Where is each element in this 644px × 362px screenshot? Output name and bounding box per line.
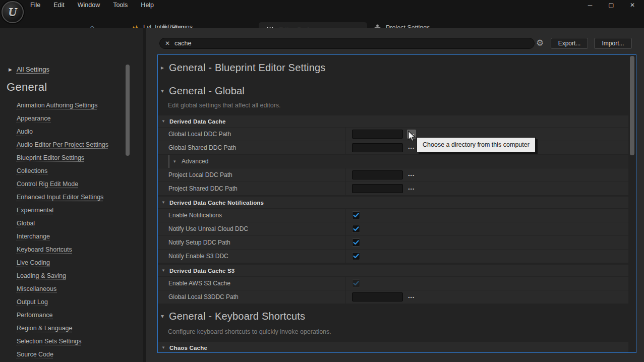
sidebar-section-title[interactable]: General <box>7 81 47 94</box>
sidebar-item[interactable]: Audio <box>17 125 133 138</box>
category-chaos-cache[interactable]: ▼ Chaos Cache <box>158 342 628 353</box>
sidebar-item[interactable]: Appearance <box>17 112 133 125</box>
expanded-arrow-icon: ▾ <box>161 313 165 320</box>
sidebar-item[interactable]: Experimental <box>17 204 133 217</box>
section-header-keyboard[interactable]: ▾ General - Keyboard Shortcuts <box>161 308 636 325</box>
sidebar-item[interactable]: Animation Authoring Settings <box>17 99 133 112</box>
setting-label: Global Local DDC Path <box>168 128 231 141</box>
column-divider <box>345 182 346 195</box>
browse-button[interactable]: ••• <box>407 184 416 193</box>
collapsed-arrow-icon: ▸ <box>161 64 165 71</box>
setting-label: Project Local DDC Path <box>168 168 232 182</box>
category-derived-data-cache[interactable]: ▼ Derived Data Cache <box>158 115 628 127</box>
sidebar-item[interactable]: Output Log <box>17 295 133 309</box>
browse-button[interactable]: ••• <box>407 143 416 152</box>
column-divider <box>345 277 346 290</box>
sidebar-scrollbar[interactable] <box>126 65 130 156</box>
category-title: Derived Data Cache Notifications <box>169 200 264 206</box>
settings-gear-icon[interactable]: ⚙ <box>536 38 544 49</box>
section-description: Edit global settings that affect all edi… <box>168 100 636 110</box>
checkbox-checked[interactable] <box>352 238 360 247</box>
expanded-arrow-icon: ▾ <box>161 87 165 94</box>
settings-panel: ▸ General - Blueprint Editor Settings ▾ … <box>157 54 636 353</box>
column-divider <box>345 128 346 141</box>
close-button[interactable]: ✕ <box>622 0 643 10</box>
section-title: General - Keyboard Shortcuts <box>169 311 305 322</box>
menu-item[interactable]: File <box>30 2 40 9</box>
settings-main: ✕ ⚙ Export... Import... ▸ General - Blue… <box>146 28 644 362</box>
sidebar-item[interactable]: Blueprint Editor Settings <box>17 151 133 164</box>
setting-label: Enable Notifications <box>168 209 222 222</box>
advanced-subsection-header[interactable]: ▾ Advanced <box>158 154 628 168</box>
category-ddc-s3[interactable]: ▼ Derived Data Cache S3 <box>158 265 628 276</box>
category-ddc-notifications[interactable]: ▼ Derived Data Cache Notifications <box>158 197 628 208</box>
setting-row: Notify Use Unreal Cloud DDC <box>158 222 628 235</box>
sidebar-item[interactable]: Collections <box>17 164 133 177</box>
setting-row-global-local-s3ddc-path: Global Local S3DDC Path ••• <box>158 290 628 304</box>
sidebar-item[interactable]: Interchange <box>17 230 133 243</box>
path-input[interactable] <box>352 130 403 139</box>
category-arrow-icon: ▼ <box>161 268 165 273</box>
column-divider <box>345 141 346 154</box>
setting-row-global-shared-ddc-path: Global Shared DDC Path ••• <box>158 141 628 154</box>
unreal-logo-icon: U <box>2 1 24 23</box>
sidebar-item[interactable]: Loading & Saving <box>17 269 133 282</box>
advanced-label: Advanced <box>182 155 208 168</box>
section-title: General - Global <box>169 85 245 97</box>
path-input[interactable] <box>352 170 403 179</box>
search-bar: ✕ <box>159 38 535 49</box>
sidebar-item[interactable]: Control Rig Edit Mode <box>17 177 133 191</box>
path-input[interactable] <box>352 292 403 301</box>
setting-row: Project Shared DDC Path ••• <box>158 182 628 195</box>
section-header-blueprint[interactable]: ▸ General - Blueprint Editor Settings <box>161 59 636 76</box>
checkbox-checked-disabled <box>352 279 360 287</box>
category-title: Derived Data Cache S3 <box>169 268 235 274</box>
sidebar-item[interactable]: Performance <box>17 309 133 322</box>
clear-search-icon[interactable]: ✕ <box>165 40 170 47</box>
expanded-arrow-icon: ▾ <box>173 155 176 168</box>
category-title: Derived Data Cache <box>169 118 226 125</box>
menu-item[interactable]: Help <box>141 2 154 9</box>
import-button[interactable]: Import... <box>594 38 632 49</box>
export-button[interactable]: Export... <box>551 38 588 49</box>
advanced-rows: Project Local DDC Path ••• Project Share… <box>158 168 636 195</box>
setting-row: Enable Notifications <box>158 208 628 222</box>
setting-label: Notify Use Unreal Cloud DDC <box>168 222 248 235</box>
setting-row-global-local-ddc-path: Global Local DDC Path ••• <box>158 127 628 141</box>
search-input[interactable] <box>174 40 529 47</box>
path-input[interactable] <box>352 184 403 193</box>
minimize-button[interactable]: ─ <box>579 0 601 10</box>
section-description: Configure keyboard shortcuts to quickly … <box>168 327 636 337</box>
sidebar-item[interactable]: Audio Editor Per Project Settings <box>17 138 133 151</box>
sidebar-item[interactable]: Enhanced Input Editor Settings <box>17 191 133 204</box>
checkbox-checked[interactable] <box>352 252 360 260</box>
menu-item[interactable]: Tools <box>113 2 128 9</box>
browse-button[interactable]: ••• <box>407 292 416 301</box>
checkbox-checked[interactable] <box>352 211 360 219</box>
column-divider <box>345 209 346 222</box>
sidebar-item[interactable]: Keyboard Shortcuts <box>17 243 133 256</box>
column-divider <box>345 236 346 249</box>
setting-label: Global Shared DDC Path <box>168 141 236 154</box>
indent-bar <box>168 155 169 168</box>
sidebar-item[interactable]: Selection Sets Settings <box>17 335 133 348</box>
browse-button[interactable]: ••• <box>407 170 416 179</box>
setting-label: Global Local S3DDC Path <box>168 290 239 304</box>
menu-item[interactable]: Window <box>78 2 100 9</box>
sidebar-item[interactable]: Live Coding <box>17 256 133 269</box>
sidebar-item[interactable]: Miscellaneous <box>17 282 133 295</box>
panel-scrollbar[interactable] <box>630 56 634 155</box>
unreal-editor-window: FileEditWindowToolsHelp ─ ▢ ✕ U ⌂ Lvl_In… <box>0 0 644 362</box>
sidebar-item[interactable]: Source Code <box>17 348 133 361</box>
sidebar-all-settings[interactable]: ▶ All Settings <box>9 66 49 73</box>
maximize-button[interactable]: ▢ <box>601 0 622 10</box>
notification-rows: Enable Notifications Notify Use Unreal C… <box>158 208 636 263</box>
setting-row: Notify Setup DDC Path <box>158 235 628 249</box>
sidebar-item[interactable]: Region & Language <box>17 322 133 335</box>
setting-label: Notify Enable S3 DDC <box>168 250 228 263</box>
sidebar-item[interactable]: Global <box>17 217 133 230</box>
path-input[interactable] <box>352 143 403 152</box>
menu-item[interactable]: Edit <box>53 2 65 9</box>
checkbox-checked[interactable] <box>352 225 360 233</box>
section-header-global[interactable]: ▾ General - Global <box>161 82 636 99</box>
